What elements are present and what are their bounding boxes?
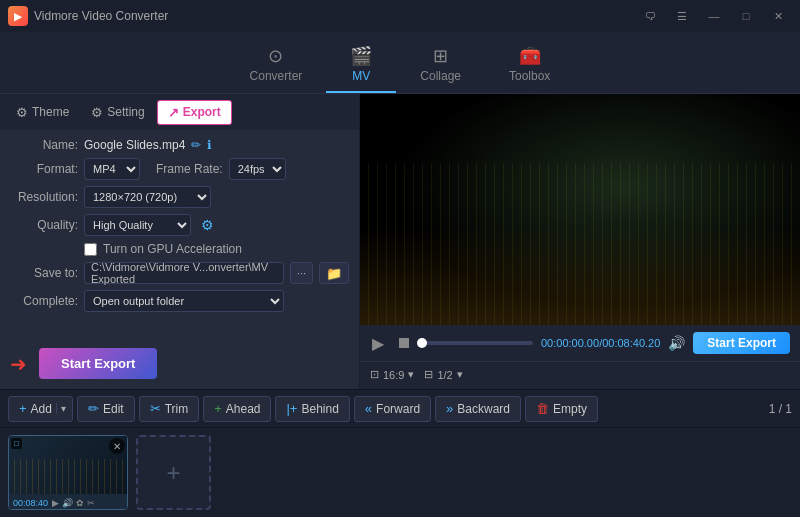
- empty-icon: 🗑: [536, 401, 549, 416]
- add-plus-icon: +: [19, 401, 27, 416]
- behind-label: Behind: [301, 402, 338, 416]
- right-panel: ▶ ⏹ 00:00:00.00/00:08:40.20 🔊 Start Expo…: [360, 94, 800, 389]
- add-dropdown-icon[interactable]: ▾: [56, 403, 66, 414]
- clip-preview-lights: [9, 459, 127, 494]
- preview-area: [360, 94, 800, 325]
- converter-icon: ⊙: [268, 45, 283, 67]
- export-form: Name: Google Slides.mp4 ✏ ℹ Format: MP4 …: [0, 130, 359, 332]
- nav-label-toolbox: Toolbox: [509, 69, 550, 83]
- saveto-row: Save to: C:\Vidmore\Vidmore V...onverter…: [10, 262, 349, 284]
- saveto-folder-btn[interactable]: 📁: [319, 262, 349, 284]
- page-count: 1 / 1: [769, 402, 792, 416]
- preview-start-export-btn[interactable]: Start Export: [693, 332, 790, 354]
- behind-button[interactable]: |+ Behind: [275, 396, 349, 422]
- format-select[interactable]: MP4 AVI MOV: [84, 158, 140, 180]
- resolution-label: Resolution:: [10, 190, 78, 204]
- empty-label: Empty: [553, 402, 587, 416]
- resolution-chevron[interactable]: ▾: [457, 368, 463, 381]
- stop-button[interactable]: ⏹: [394, 334, 414, 352]
- resolution-select[interactable]: 1280×720 (720p) 1920×1080 (1080p) 3840×2…: [84, 186, 211, 208]
- quality-row: Quality: High Quality Medium Quality Low…: [10, 214, 349, 236]
- titlebar: ▶ Vidmore Video Converter 🗨 ☰ — □ ✕: [0, 0, 800, 32]
- format-row: Format: MP4 AVI MOV Frame Rate: 24fps 30…: [10, 158, 349, 180]
- theme-tab[interactable]: ⚙ Theme: [6, 101, 79, 124]
- bottom-toolbar: + Add ▾ ✏ Edit ✂ Trim + Ahead |+ Behind …: [0, 389, 800, 427]
- name-edit-icon[interactable]: ✏: [191, 138, 201, 152]
- city-overlay: [360, 163, 800, 325]
- info-icon[interactable]: ℹ: [207, 138, 212, 152]
- quality-label: Quality:: [10, 218, 78, 232]
- edit-label: Edit: [103, 402, 124, 416]
- quality-gear-btn[interactable]: ⚙: [197, 217, 218, 233]
- gpu-checkbox[interactable]: [84, 243, 97, 256]
- theme-icon: ⚙: [16, 105, 28, 120]
- clip-audio-icon: 🔊: [62, 498, 73, 508]
- timeline: □ ✕ 00:08:40 ▶ 🔊 ✿ ✂ +: [0, 427, 800, 517]
- preview-background: [360, 94, 800, 325]
- ahead-button[interactable]: + Ahead: [203, 396, 271, 422]
- aspect-ratio-select: ⊡ 16:9 ▾: [370, 368, 414, 381]
- backward-button[interactable]: » Backward: [435, 396, 521, 422]
- frame-rate-select[interactable]: 24fps 30fps 60fps: [229, 158, 286, 180]
- timeline-clip: □ ✕ 00:08:40 ▶ 🔊 ✿ ✂: [8, 435, 128, 510]
- complete-select[interactable]: Open output folder Do nothing: [84, 290, 284, 312]
- add-button[interactable]: + Add ▾: [8, 396, 73, 422]
- backward-icon: »: [446, 401, 453, 416]
- forward-button[interactable]: « Forward: [354, 396, 431, 422]
- clip-footer: 00:08:40 ▶ 🔊 ✿ ✂: [9, 494, 127, 510]
- nav-item-toolbox[interactable]: 🧰 Toolbox: [485, 37, 574, 93]
- resolution-fraction: 1/2: [437, 369, 452, 381]
- top-navigation: ⊙ Converter 🎬 MV ⊞ Collage 🧰 Toolbox: [0, 32, 800, 94]
- close-btn[interactable]: ✕: [764, 6, 792, 26]
- name-label: Name:: [10, 138, 78, 152]
- nav-label-collage: Collage: [420, 69, 461, 83]
- main-area: ⚙ Theme ⚙ Setting ↗ Export Name: Google …: [0, 94, 800, 389]
- maximize-btn[interactable]: □: [732, 6, 760, 26]
- nav-item-converter[interactable]: ⊙ Converter: [226, 37, 327, 93]
- progress-bar[interactable]: [422, 341, 533, 345]
- empty-button[interactable]: 🗑 Empty: [525, 396, 598, 422]
- add-clip-button[interactable]: +: [136, 435, 211, 510]
- export-tab-label: Export: [183, 105, 221, 119]
- quality-select[interactable]: High Quality Medium Quality Low Quality: [84, 214, 191, 236]
- menu-icon-btn[interactable]: ☰: [668, 6, 696, 26]
- trim-button[interactable]: ✂ Trim: [139, 396, 200, 422]
- clip-close-btn[interactable]: ✕: [109, 438, 125, 454]
- start-export-button[interactable]: Start Export: [39, 348, 157, 379]
- saveto-path-display: C:\Vidmore\Vidmore V...onverter\MV Expor…: [84, 262, 284, 284]
- time-display: 00:00:00.00/00:08:40.20: [541, 337, 660, 349]
- volume-icon[interactable]: 🔊: [668, 335, 685, 351]
- ahead-label: Ahead: [226, 402, 261, 416]
- setting-icon: ⚙: [91, 105, 103, 120]
- aspect-value: 16:9: [383, 369, 404, 381]
- titlebar-left: ▶ Vidmore Video Converter: [8, 6, 168, 26]
- trim-icon: ✂: [150, 401, 161, 416]
- edit-icon: ✏: [88, 401, 99, 416]
- saveto-dots-btn[interactable]: ···: [290, 262, 313, 284]
- play-button[interactable]: ▶: [370, 334, 386, 353]
- edit-button[interactable]: ✏ Edit: [77, 396, 135, 422]
- arrow-icon: ➜: [10, 352, 27, 376]
- theme-tab-label: Theme: [32, 105, 69, 119]
- trim-label: Trim: [165, 402, 189, 416]
- complete-label: Complete:: [10, 294, 78, 308]
- export-tab[interactable]: ↗ Export: [157, 100, 232, 125]
- nav-item-collage[interactable]: ⊞ Collage: [396, 37, 485, 93]
- tabs-row: ⚙ Theme ⚙ Setting ↗ Export: [0, 94, 359, 130]
- name-value: Google Slides.mp4: [84, 138, 185, 152]
- clip-duration: 00:08:40: [13, 498, 48, 508]
- setting-tab-label: Setting: [107, 105, 144, 119]
- resolution-fraction-select: ⊟ 1/2 ▾: [424, 368, 462, 381]
- toolbox-icon: 🧰: [519, 45, 541, 67]
- export-icon: ↗: [168, 105, 179, 120]
- aspect-chevron[interactable]: ▾: [408, 368, 414, 381]
- complete-row: Complete: Open output folder Do nothing: [10, 290, 349, 312]
- nav-item-mv[interactable]: 🎬 MV: [326, 37, 396, 93]
- setting-tab[interactable]: ⚙ Setting: [81, 101, 154, 124]
- minimize-btn[interactable]: —: [700, 6, 728, 26]
- collage-icon: ⊞: [433, 45, 448, 67]
- resolution-icon: ⊟: [424, 368, 433, 381]
- nav-label-converter: Converter: [250, 69, 303, 83]
- ahead-icon: +: [214, 401, 222, 416]
- chat-icon-btn[interactable]: 🗨: [636, 6, 664, 26]
